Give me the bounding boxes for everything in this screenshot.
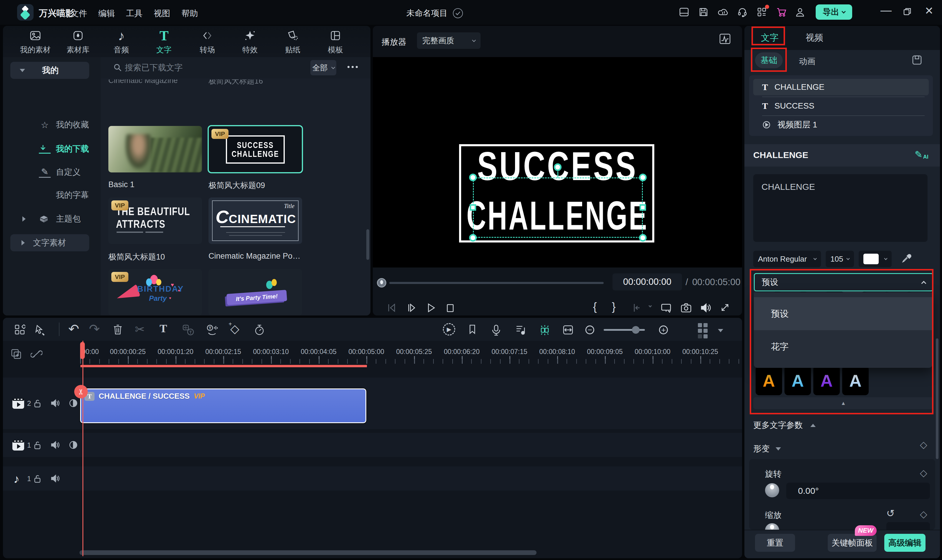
select-tool-icon[interactable] [34,324,45,336]
subtab-basic[interactable]: 基础 [755,52,783,68]
layer-item-challenge[interactable]: T CHALLENGE [753,79,929,95]
selection-handle-left[interactable] [470,204,476,211]
preset-tile-orange[interactable]: A [755,366,782,395]
snapshot-camera-icon[interactable] [680,302,692,314]
close-button[interactable]: ✕ [925,5,933,17]
fullscreen-icon[interactable] [720,302,730,313]
next-frame-button[interactable] [406,302,417,314]
playhead-line[interactable] [82,341,83,556]
card-birthday-title-04[interactable]: ♥ ♥ ♥ BIRTHDAY Party VIP [108,269,202,315]
zoom-out-button[interactable]: − [586,325,594,334]
rotation-handle[interactable] [554,163,561,171]
scale-keyframe-icon[interactable]: ◇ [920,509,927,520]
current-timecode[interactable]: 00:00:00:00 [612,273,682,291]
track-visibility-icon[interactable] [68,440,78,450]
store-cart-icon[interactable] [776,7,787,18]
scale-reset-icon[interactable]: ↺ [886,507,895,519]
card-minimal-title-10[interactable]: THE BEAUTIFULATTRACTS VIP [108,197,202,244]
restore-button[interactable] [903,7,912,16]
more-options-icon[interactable] [347,66,358,68]
save-icon[interactable] [698,7,709,18]
selection-handle-tr[interactable] [639,174,647,181]
sidebar-item-theme-packs[interactable]: 主题包 [3,211,101,227]
link-clips-icon[interactable] [31,348,42,360]
menu-edit[interactable]: 编辑 [98,8,115,19]
rotation-knob[interactable] [765,483,779,497]
panel-layout-icon[interactable] [679,7,690,18]
play-button[interactable] [425,302,436,314]
keyframe-add-icon[interactable]: ◇+ [230,322,239,335]
advanced-edit-button[interactable]: 高级编辑 [884,534,925,552]
save-preset-icon[interactable] [911,54,923,66]
menu-tools[interactable]: 工具 [126,8,142,19]
app-logo-icon[interactable] [17,4,34,21]
redo-icon[interactable]: ↷ [89,322,100,336]
track-mute-icon[interactable] [50,474,60,483]
mark-in-button[interactable]: { [593,300,597,313]
rotate-keyframe-icon[interactable]: ◇ [920,467,927,478]
track-lock-icon[interactable] [33,440,42,450]
support-headset-icon[interactable] [737,7,748,18]
selection-handle-br[interactable] [639,234,647,242]
card-birthday-gift-1[interactable]: It's Party Time! [208,269,302,315]
more-text-params-toggle[interactable]: 更多文字参数 [753,420,816,431]
layer-item-success[interactable]: T SUCCESS [753,98,929,114]
filter-dropdown[interactable]: 全部 [310,60,336,75]
keyframe-panel-button[interactable]: 关键帧面板 [828,534,877,552]
preset-tile-cyan[interactable]: A [785,366,811,395]
tab-effects[interactable]: 特效 [231,29,269,56]
text-content-input[interactable]: CHALLENGE [753,174,928,242]
reset-button[interactable]: 重置 [755,534,795,552]
timeline-clip-challenge-success[interactable]: T CHALLENGE / SUCCESS VIP [80,388,366,423]
sidebar-item-favorites[interactable]: ☆ 我的收藏 [3,117,101,133]
speech-to-text-icon[interactable]: T [182,324,194,336]
split-scissors-icon[interactable]: ✂ [135,323,145,336]
tab-my-media[interactable]: 我的素材 [16,29,54,56]
rotation-value-input[interactable]: 0.00° [786,483,930,499]
transform-section-toggle[interactable]: 形变 [753,443,931,454]
tab-transitions[interactable]: 转场 [188,29,227,56]
minimize-button[interactable]: — [880,4,892,17]
record-voiceover-icon[interactable] [491,324,501,336]
sidebar-group-my[interactable]: 我的 [10,62,89,79]
trim-tool-icon[interactable] [631,302,642,314]
preset-tile-purple[interactable]: A [813,366,840,395]
marker-icon[interactable] [468,324,477,336]
mark-out-button[interactable]: } [612,300,616,313]
text-to-speech-icon[interactable]: T [206,324,219,336]
speed-timer-icon[interactable] [254,324,265,336]
audio-mixer-icon[interactable] [515,324,527,336]
selection-handle-tl[interactable] [469,174,477,181]
library-scrollbar[interactable] [366,229,369,260]
fit-timeline-icon[interactable] [562,324,574,336]
track-mute-icon[interactable] [50,398,60,408]
tab-templates[interactable]: 模板 [316,29,355,56]
selection-box[interactable] [473,177,643,238]
export-button[interactable]: 导出 [816,5,852,20]
seek-handle[interactable] [377,278,386,288]
preset-option-preset[interactable]: 预设 [754,297,932,330]
tab-stock-media[interactable]: 素材库 [59,29,97,56]
zoom-in-button[interactable]: + [659,325,668,334]
seek-track[interactable] [389,282,604,284]
eyedropper-icon[interactable] [901,253,912,264]
font-color-dropdown[interactable] [859,251,892,267]
playhead-pin[interactable] [80,342,85,359]
quality-dropdown[interactable]: 完整画质 [417,32,481,49]
selection-handle-bl[interactable] [469,234,477,242]
preset-collapse-button[interactable]: ▲ [753,397,933,409]
zoom-slider-handle[interactable] [632,326,640,334]
card-cinematic-magazine[interactable]: Title CCINEMATIC [208,197,302,244]
sidebar-item-downloads[interactable]: 我的下载 [3,141,101,157]
search-input[interactable] [125,61,302,74]
sidebar-item-my-subtitles[interactable]: 我的字幕 [3,187,101,203]
subtab-animation[interactable]: 动画 [799,56,816,67]
tab-stickers[interactable]: 贴纸 [274,29,312,56]
stop-button[interactable] [445,302,456,314]
sidebar-item-custom[interactable]: ✎ 自定义 [3,164,101,180]
track-lock-icon[interactable] [33,474,42,483]
track-manager-icon[interactable] [698,323,708,338]
tab-text[interactable]: T 文字 [145,29,183,56]
preset-tile-pale-blue[interactable]: A [842,366,869,395]
timeline-zoom-slider[interactable] [604,329,645,331]
